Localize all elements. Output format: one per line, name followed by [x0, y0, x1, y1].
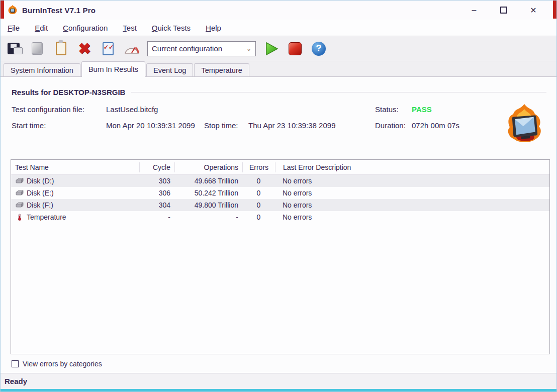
view-errors-checkbox-row: View errors by categories [12, 360, 102, 368]
results-heading: Results for DESKTOP-N3SRGIB [12, 88, 125, 96]
tab-burn-in-results[interactable]: Burn In Results [81, 61, 145, 77]
desktop-edge-right [553, 1, 556, 19]
bottom-accent-line [1, 389, 556, 391]
menu-test[interactable]: Test [123, 24, 137, 32]
cycle-value: - [139, 213, 174, 221]
start-time-label: Start time: [12, 121, 46, 130]
save-results-icon[interactable] [6, 41, 22, 57]
configuration-dropdown[interactable]: Current configuration ⌄ [147, 41, 256, 56]
thermometer-icon [15, 214, 24, 221]
col-errors[interactable]: Errors [242, 162, 275, 172]
stop-time-value: Thu Apr 23 10:39:38 2099 [248, 121, 335, 130]
start-tests-icon[interactable] [263, 41, 280, 57]
help-icon[interactable]: ? [311, 41, 327, 57]
duration-label: Duration: [375, 121, 406, 130]
stop-tests-icon[interactable] [287, 41, 303, 57]
window-title: BurnInTest V7.1 Pro [22, 6, 96, 15]
menu-bar: File Edit Configuration Test Quick Tests… [1, 20, 556, 36]
test-name: Disk (F:) [27, 201, 53, 209]
config-file-label: Test configuration file: [12, 105, 84, 114]
test-name: Temperature [27, 213, 66, 221]
menu-configuration[interactable]: Configuration [63, 24, 108, 32]
toolbar: ✖ ✓✓ Current configuration ⌄ ? [1, 36, 556, 61]
burning-monitor-logo [503, 103, 545, 145]
system-info-icon[interactable] [29, 41, 45, 57]
col-test-name[interactable]: Test Name [11, 162, 139, 172]
status-value: PASS [412, 105, 432, 114]
hard-disk-icon [15, 177, 24, 184]
errors-value: 0 [242, 213, 275, 221]
hard-disk-icon [15, 202, 24, 209]
clipboard-icon[interactable] [53, 41, 69, 57]
tab-system-information[interactable]: System Information [4, 63, 80, 76]
menu-file[interactable]: File [8, 24, 20, 32]
table-row[interactable]: Disk (D:) 303 49.668 Trillion 0 No error… [11, 175, 549, 187]
menu-quick-tests[interactable]: Quick Tests [152, 24, 191, 32]
col-cycle[interactable]: Cycle [139, 162, 174, 172]
burn-in-results-panel: Results for DESKTOP-N3SRGIB Test configu… [1, 77, 556, 373]
gauge-icon[interactable] [124, 41, 140, 57]
cycle-value: 306 [139, 189, 174, 197]
errors-value: 0 [242, 201, 275, 209]
config-file-value: LastUsed.bitcfg [106, 105, 158, 114]
menu-edit[interactable]: Edit [35, 24, 48, 32]
view-errors-checkbox-label: View errors by categories [23, 360, 102, 368]
stop-time-label: Stop time: [204, 121, 238, 130]
tab-bar: System Information Burn In Results Event… [1, 61, 556, 77]
col-last-error[interactable]: Last Error Description [275, 162, 549, 172]
cycle-value: 303 [139, 177, 174, 185]
status-bar-text: Ready [5, 377, 27, 385]
last-error-value: No errors [275, 189, 549, 197]
table-header: Test Name Cycle Operations Errors Last E… [11, 160, 549, 175]
operations-value: 49.800 Trillion [174, 201, 242, 209]
status-label: Status: [375, 105, 399, 114]
test-name: Disk (D:) [27, 177, 54, 185]
menu-help[interactable]: Help [206, 24, 221, 32]
last-error-value: No errors [275, 201, 549, 209]
operations-value: - [174, 213, 242, 221]
title-bar: BurnInTest V7.1 Pro – ✕ [1, 1, 556, 20]
table-row[interactable]: Disk (F:) 304 49.800 Trillion 0 No error… [11, 199, 549, 211]
errors-value: 0 [242, 189, 275, 197]
view-errors-checkbox[interactable] [12, 360, 19, 367]
status-bar: Ready [1, 373, 556, 389]
test-name: Disk (E:) [27, 189, 54, 197]
configuration-dropdown-value: Current configuration [152, 44, 222, 53]
start-time-value: Mon Apr 20 10:39:31 2099 [106, 121, 195, 130]
burnintest-window: BurnInTest V7.1 Pro – ✕ File Edit Config… [0, 0, 557, 392]
operations-value: 50.242 Trillion [174, 189, 242, 197]
last-error-value: No errors [275, 177, 549, 185]
duration-value: 072h 00m 07s [412, 121, 459, 130]
test-checklist-icon[interactable]: ✓✓ [100, 41, 116, 57]
tab-event-log[interactable]: Event Log [146, 63, 193, 76]
operations-value: 49.668 Trillion [174, 177, 242, 185]
app-flame-icon [8, 5, 18, 15]
hard-disk-icon [15, 189, 24, 197]
desktop-edge-left [1, 1, 4, 19]
heading-divider [131, 92, 546, 92]
close-icon[interactable]: ✕ [528, 6, 538, 15]
results-table: Test Name Cycle Operations Errors Last E… [11, 159, 550, 354]
minimize-icon[interactable]: – [469, 6, 479, 15]
cycle-value: 304 [139, 201, 174, 209]
chevron-down-icon: ⌄ [246, 45, 251, 52]
col-operations[interactable]: Operations [174, 162, 242, 172]
maximize-icon[interactable] [500, 7, 507, 14]
table-row[interactable]: Disk (E:) 306 50.242 Trillion 0 No error… [11, 187, 549, 199]
last-error-value: No errors [275, 213, 549, 221]
delete-results-icon[interactable]: ✖ [76, 41, 92, 57]
tab-temperature[interactable]: Temperature [194, 63, 249, 76]
errors-value: 0 [242, 177, 275, 185]
table-row[interactable]: Temperature - - 0 No errors [11, 211, 549, 223]
